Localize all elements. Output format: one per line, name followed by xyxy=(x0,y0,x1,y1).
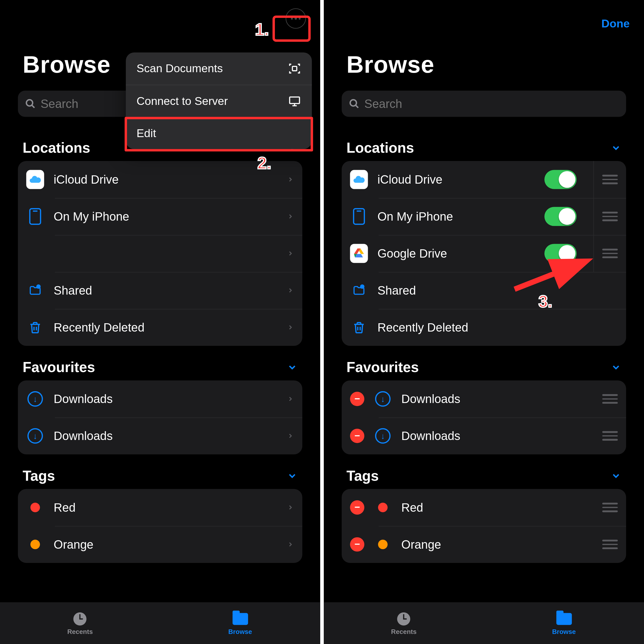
screen-step-1-2: 1. Browse Scan Documents Connect to Serv… xyxy=(0,0,322,644)
favourite-downloads[interactable]: ↓ Downloads xyxy=(18,417,302,454)
annotation-3: 3. xyxy=(538,292,552,311)
tab-label: Browse xyxy=(552,628,576,635)
search-field[interactable] xyxy=(364,97,619,111)
tag-label: Orange xyxy=(54,538,277,551)
favourites-list: ↓ Downloads ↓ Downloads xyxy=(18,380,302,454)
favourites-header[interactable]: Favourites xyxy=(18,346,302,380)
reorder-handle[interactable] xyxy=(602,394,618,404)
remove-button[interactable]: − xyxy=(350,500,364,515)
reorder-handle[interactable] xyxy=(602,540,618,549)
favourites-title: Favourites xyxy=(23,359,95,376)
tab-browse[interactable]: Browse xyxy=(484,602,644,644)
page-title: Browse xyxy=(346,51,434,78)
reorder-handle[interactable] xyxy=(602,503,618,512)
menu-connect-label: Connect to Server xyxy=(137,95,228,108)
chevron-right-icon xyxy=(287,431,294,441)
annotation-1: 1. xyxy=(255,20,269,39)
location-shared[interactable]: Shared xyxy=(342,272,626,309)
tag-orange[interactable]: Orange xyxy=(18,526,302,563)
tags-header[interactable]: Tags xyxy=(18,454,302,489)
search-icon xyxy=(25,98,36,109)
chevron-right-icon xyxy=(287,394,294,404)
favourite-downloads[interactable]: ↓ Downloads xyxy=(18,380,302,417)
tab-bar: Recents Browse xyxy=(324,602,644,644)
chevron-right-icon xyxy=(287,212,294,221)
location-blank[interactable] xyxy=(18,235,302,272)
locations-title: Locations xyxy=(23,140,90,156)
favourites-header[interactable]: Favourites xyxy=(342,346,626,380)
chevron-right-icon xyxy=(287,249,294,258)
menu-connect-server[interactable]: Connect to Server xyxy=(126,85,312,117)
location-google-drive: Google Drive xyxy=(342,235,626,272)
reorder-handle[interactable] xyxy=(602,249,618,258)
favourites-title: Favourites xyxy=(346,359,419,376)
chevron-down-icon xyxy=(287,470,298,481)
server-icon xyxy=(288,95,301,108)
iphone-icon xyxy=(353,208,365,225)
svg-point-9 xyxy=(350,100,356,106)
location-label: Recently Deleted xyxy=(54,320,277,334)
tab-recents[interactable]: Recents xyxy=(324,602,484,644)
done-button[interactable]: Done xyxy=(601,17,630,30)
remove-button[interactable]: − xyxy=(350,429,364,443)
toggle-iphone[interactable] xyxy=(544,207,577,226)
chevron-down-icon xyxy=(611,470,621,481)
location-recently-deleted[interactable]: Recently Deleted xyxy=(342,309,626,346)
reorder-handle[interactable] xyxy=(602,175,618,184)
tab-browse[interactable]: Browse xyxy=(160,602,320,644)
favourite-label: Downloads xyxy=(401,392,593,406)
page-title: Browse xyxy=(23,51,111,78)
reorder-handle[interactable] xyxy=(602,212,618,221)
shared-folder-icon xyxy=(26,281,44,299)
favourite-downloads: − ↓ Downloads xyxy=(342,380,626,417)
tag-label: Orange xyxy=(401,538,593,551)
tag-color-icon xyxy=(378,503,388,512)
tab-recents[interactable]: Recents xyxy=(0,602,160,644)
search-input[interactable] xyxy=(342,91,626,117)
locations-header[interactable]: Locations xyxy=(342,127,626,161)
annotation-2: 2. xyxy=(257,154,271,173)
chevron-right-icon xyxy=(287,503,294,512)
locations-list-edit: iCloud Drive On My iPhone Google Drive xyxy=(342,161,626,346)
location-icloud: iCloud Drive xyxy=(342,161,626,198)
tag-color-icon xyxy=(30,540,40,549)
favourite-label: Downloads xyxy=(54,429,277,443)
tag-color-icon xyxy=(378,540,388,549)
tags-title: Tags xyxy=(346,467,379,484)
remove-button[interactable]: − xyxy=(350,392,364,406)
tag-label: Red xyxy=(54,501,277,514)
tag-red: − Red xyxy=(342,489,626,526)
chevron-right-icon xyxy=(287,175,294,184)
svg-rect-2 xyxy=(292,66,297,71)
menu-scan-documents[interactable]: Scan Documents xyxy=(126,53,312,85)
location-label: iCloud Drive xyxy=(377,173,535,186)
tag-color-icon xyxy=(30,503,40,512)
location-shared[interactable]: Shared xyxy=(18,272,302,309)
chevron-right-icon xyxy=(287,540,294,549)
tags-list: Red Orange xyxy=(18,489,302,563)
tab-label: Browse xyxy=(228,628,252,635)
location-recently-deleted[interactable]: Recently Deleted xyxy=(18,309,302,346)
location-label: iCloud Drive xyxy=(54,173,277,186)
tab-label: Recents xyxy=(391,628,417,635)
shared-folder-icon xyxy=(350,281,368,299)
locations-list: iCloud Drive On My iPhone xyxy=(18,161,302,346)
location-label: Recently Deleted xyxy=(377,320,618,334)
favourite-label: Downloads xyxy=(401,429,593,443)
favourite-downloads: − ↓ Downloads xyxy=(342,417,626,454)
toggle-icloud[interactable] xyxy=(544,170,577,189)
icloud-icon xyxy=(350,170,368,189)
remove-button[interactable]: − xyxy=(350,537,364,552)
location-on-my-iphone: On My iPhone xyxy=(342,198,626,235)
tag-red[interactable]: Red xyxy=(18,489,302,526)
search-icon xyxy=(349,98,360,109)
reorder-handle[interactable] xyxy=(602,431,618,440)
toggle-gdrive[interactable] xyxy=(544,244,577,263)
menu-scan-label: Scan Documents xyxy=(137,62,223,75)
location-label: On My iPhone xyxy=(54,210,277,223)
trash-icon xyxy=(26,318,44,336)
tags-title: Tags xyxy=(23,467,55,484)
tags-header[interactable]: Tags xyxy=(342,454,626,489)
location-on-my-iphone[interactable]: On My iPhone xyxy=(18,198,302,235)
trash-icon xyxy=(350,318,368,336)
